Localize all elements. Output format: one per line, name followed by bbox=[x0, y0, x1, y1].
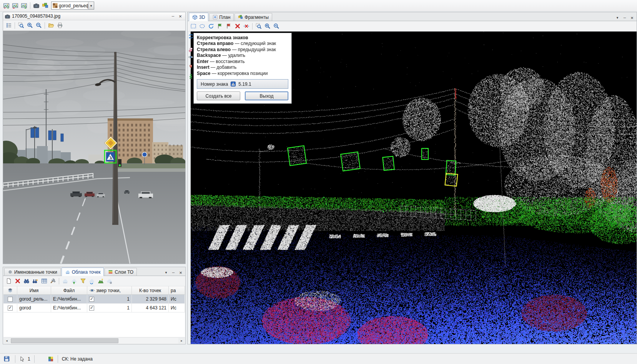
header-layers[interactable] bbox=[3, 286, 17, 295]
photo-next-button[interactable] bbox=[20, 2, 28, 10]
scroll-right-button[interactable] bbox=[178, 338, 185, 344]
settings-button[interactable] bbox=[48, 277, 57, 285]
scroll-track[interactable] bbox=[10, 338, 178, 344]
header-extra[interactable]: ра bbox=[169, 286, 185, 295]
close-button[interactable] bbox=[177, 13, 184, 19]
statusbar-separator bbox=[34, 355, 35, 363]
swap-mode-icon[interactable] bbox=[188, 33, 194, 39]
terrain-icon bbox=[98, 278, 104, 284]
table-button[interactable] bbox=[40, 277, 48, 285]
zoom-window-button[interactable] bbox=[17, 21, 25, 30]
tab-plan[interactable]: План bbox=[209, 13, 234, 21]
close-button[interactable] bbox=[629, 15, 635, 21]
person-icon[interactable] bbox=[188, 73, 194, 79]
cloud-export-icon bbox=[71, 278, 77, 284]
cloud-export-button[interactable] bbox=[70, 277, 78, 285]
header-name[interactable]: Имя bbox=[17, 286, 51, 295]
eye-icon[interactable] bbox=[188, 54, 194, 60]
list-icon bbox=[6, 22, 12, 28]
delete-cloud-button[interactable] bbox=[13, 277, 22, 285]
texture-view-button[interactable] bbox=[41, 2, 50, 10]
photo-view-canvas[interactable] bbox=[3, 31, 185, 264]
pin-icon[interactable] bbox=[188, 64, 194, 70]
tab-fragments[interactable]: Фрагменты bbox=[235, 13, 272, 21]
chevron-down-icon[interactable] bbox=[88, 2, 94, 9]
point-count-value: 2 329 948 bbox=[146, 296, 166, 302]
sign-correction-panel: Корректировка знаков Стрелка вправо — сл… bbox=[193, 33, 292, 104]
cloud-extra: Ис bbox=[171, 305, 176, 311]
eraser-icon[interactable] bbox=[188, 47, 194, 53]
photo-prev-button[interactable] bbox=[11, 2, 20, 10]
layer-combo-value: gorod_рельеф bbox=[59, 3, 88, 8]
tab-named-points[interactable]: Именованные точки bbox=[4, 268, 61, 276]
header-file[interactable]: Файл bbox=[51, 286, 87, 295]
terrain-button[interactable] bbox=[96, 277, 105, 285]
zoom-out-button[interactable] bbox=[34, 21, 43, 30]
minimize-button[interactable] bbox=[170, 270, 177, 276]
find-next-button[interactable] bbox=[31, 277, 40, 285]
panel-menu-button[interactable] bbox=[163, 270, 170, 276]
red-flag-button[interactable] bbox=[224, 22, 233, 30]
select-rect-button[interactable] bbox=[189, 22, 198, 30]
close-button[interactable] bbox=[177, 270, 184, 276]
layers-icon bbox=[7, 288, 13, 293]
visible-checkbox[interactable] bbox=[89, 306, 94, 311]
panel-menu-button[interactable] bbox=[614, 15, 621, 21]
cloud-extra: Ис bbox=[171, 296, 176, 302]
horizontal-scrollbar[interactable] bbox=[3, 337, 185, 344]
minimize-button[interactable] bbox=[170, 13, 176, 19]
texture-icon bbox=[42, 2, 48, 9]
clouds-tabbar: Именованные точки Облака точек Слои ТО bbox=[3, 267, 185, 276]
sign-number-field[interactable]: Номер знака 5.19.1 bbox=[197, 79, 288, 89]
enabled-checkbox[interactable] bbox=[8, 306, 13, 311]
cloud-file: E:/Челябин... bbox=[53, 296, 81, 302]
photo-swap-button[interactable] bbox=[2, 2, 11, 10]
enabled-checkbox[interactable] bbox=[8, 297, 13, 302]
zoom-in-button[interactable] bbox=[263, 22, 272, 30]
view-tabbar: 3D План Фрагменты bbox=[188, 12, 637, 21]
move-selection-button[interactable] bbox=[242, 22, 251, 30]
thumbnails-button[interactable] bbox=[4, 21, 13, 30]
select-ellipse-button[interactable] bbox=[198, 22, 206, 30]
scroll-left-button[interactable] bbox=[3, 338, 10, 344]
tab-point-clouds[interactable]: Облака точек bbox=[62, 268, 104, 276]
zoom-window-icon bbox=[18, 22, 24, 28]
photo-window-titlebar: 170905_094857843.jpg bbox=[3, 12, 185, 20]
exit-button[interactable]: Выход bbox=[245, 91, 288, 100]
point-clouds-window: Именованные точки Облака точек Слои ТО bbox=[3, 267, 186, 344]
zoom-window-button[interactable] bbox=[254, 22, 263, 30]
select-rect-icon bbox=[190, 23, 196, 29]
toolbar-separator bbox=[30, 2, 30, 9]
tab-3d[interactable]: 3D bbox=[189, 13, 208, 21]
binoculars-arrow-icon bbox=[32, 278, 38, 284]
camera-view-button[interactable] bbox=[32, 2, 41, 10]
layer-combo[interactable]: gorod_рельеф bbox=[51, 2, 94, 10]
new-cloud-button[interactable] bbox=[4, 277, 13, 285]
rotate-view-button[interactable] bbox=[206, 22, 215, 30]
create-all-button[interactable]: Создать все bbox=[197, 91, 240, 100]
visible-checkbox[interactable] bbox=[89, 297, 94, 302]
zoom-in-button[interactable] bbox=[25, 21, 34, 30]
header-point-size[interactable]: змер точки, bbox=[87, 286, 132, 295]
cloud-filter-button[interactable] bbox=[78, 277, 87, 285]
find-button[interactable] bbox=[22, 277, 31, 285]
tab-to-layers[interactable]: Слои ТО bbox=[105, 268, 137, 276]
cloud-settings-button[interactable] bbox=[105, 277, 114, 285]
cloud-gear-icon bbox=[106, 278, 113, 284]
scroll-thumb[interactable] bbox=[11, 338, 118, 343]
print-button[interactable] bbox=[55, 21, 64, 30]
zoom-out-button[interactable] bbox=[272, 22, 281, 30]
select-ellipse-icon bbox=[199, 23, 205, 29]
green-flag-button[interactable] bbox=[215, 22, 224, 30]
save-button[interactable] bbox=[2, 355, 11, 363]
delete-selection-button[interactable] bbox=[233, 22, 242, 30]
open-photo-button[interactable] bbox=[47, 21, 55, 30]
print-icon bbox=[57, 22, 63, 28]
cloud-refresh-button[interactable] bbox=[87, 277, 96, 285]
shortcut-line: Insert — добавить bbox=[197, 65, 288, 71]
table-icon bbox=[41, 278, 47, 284]
header-point-count[interactable]: К-во точек bbox=[132, 286, 169, 295]
shortcut-line: Enter — восстановить bbox=[197, 59, 288, 65]
minimize-button[interactable] bbox=[621, 15, 628, 21]
cloud-visibility-button[interactable] bbox=[61, 277, 70, 285]
